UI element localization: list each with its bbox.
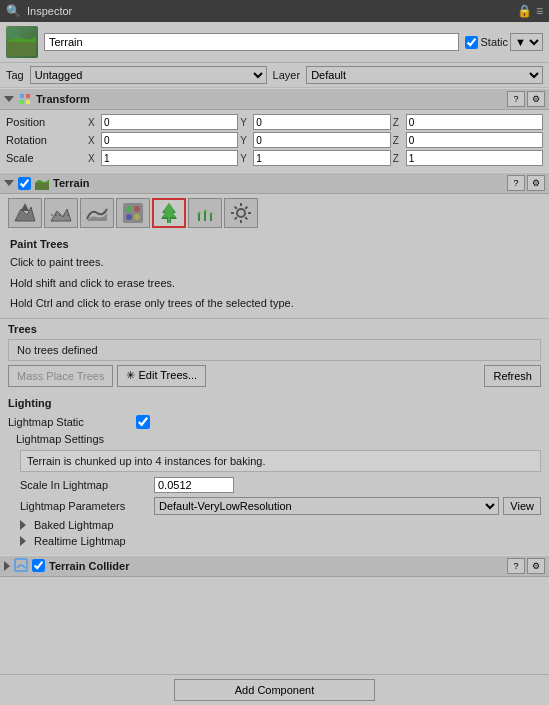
realtime-triangle [20, 536, 26, 546]
scale-label: Scale In Lightmap [20, 479, 150, 491]
paint-line-2: Hold shift and click to erase trees. [10, 275, 539, 292]
mass-place-trees-button[interactable]: Mass Place Trees [8, 365, 113, 387]
tool-paint-details[interactable] [188, 198, 222, 228]
transform-triangle [4, 96, 14, 102]
no-trees-box: No trees defined [8, 339, 541, 361]
add-component-bar: Add Component [0, 674, 549, 705]
lock-button[interactable]: 🔒 [517, 5, 532, 17]
svg-rect-4 [20, 100, 24, 104]
lighting-section: Lighting Lightmap Static Lightmap Settin… [0, 391, 549, 553]
trees-section: Trees No trees defined Mass Place Trees … [0, 319, 549, 391]
terrain-toolbar [0, 194, 549, 232]
position-y-input[interactable] [253, 114, 390, 130]
position-z-field: Z [393, 114, 543, 130]
scale-y-input[interactable] [253, 150, 390, 166]
terrain-title: Terrain [53, 177, 507, 189]
terrain-gear-btn[interactable]: ⚙ [527, 175, 545, 191]
collider-gear-btn[interactable]: ⚙ [527, 558, 545, 574]
add-component-button[interactable]: Add Component [174, 679, 376, 701]
position-label: Position [6, 114, 86, 130]
terrain-icon [35, 176, 49, 190]
svg-point-12 [134, 214, 140, 220]
inspector-body: Static ▼ Tag Untagged Layer Default [0, 22, 549, 705]
terrain-collider-section: Terrain Collider ? ⚙ [0, 555, 549, 577]
scale-x-field: X [88, 150, 238, 166]
rotation-z-field: Z [393, 132, 543, 148]
tool-paint-height[interactable] [44, 198, 78, 228]
rotation-y-input[interactable] [253, 132, 390, 148]
edit-trees-button[interactable]: ✳ Edit Trees... [117, 365, 206, 387]
transform-section: Transform ? ⚙ Position X Y Z Rotation [0, 88, 549, 170]
tool-smooth[interactable] [80, 198, 114, 228]
tool-settings[interactable] [224, 198, 258, 228]
params-select[interactable]: Default-VeryLowResolution [154, 497, 499, 515]
menu-button[interactable]: ≡ [536, 5, 543, 17]
position-x-field: X [88, 114, 238, 130]
svg-point-11 [126, 214, 132, 220]
lightmap-settings-header[interactable]: Lightmap Settings [8, 431, 541, 447]
scale-input[interactable] [154, 477, 234, 493]
realtime-label: Realtime Lightmap [34, 535, 126, 547]
scale-x-input[interactable] [101, 150, 238, 166]
paint-line-3: Hold Ctrl and click to erase only trees … [10, 295, 539, 312]
collider-enabled-checkbox[interactable] [32, 559, 45, 572]
tag-layer-row: Tag Untagged Layer Default [0, 63, 549, 88]
terrain-header[interactable]: Terrain ? ⚙ [0, 172, 549, 194]
inspector-icon: 🔍 [6, 4, 21, 18]
transform-icon [18, 92, 32, 106]
transform-grid: Position X Y Z Rotation X Y [0, 110, 549, 170]
paint-trees-info: Paint Trees Click to paint trees. Hold s… [0, 232, 549, 319]
terrain-help-btn[interactable]: ? [507, 175, 525, 191]
layer-label: Layer [273, 69, 301, 81]
svg-point-19 [237, 209, 245, 217]
tag-select[interactable]: Untagged [30, 66, 267, 84]
lightmap-params-row: Lightmap Parameters Default-VeryLowResol… [20, 495, 541, 517]
position-x-input[interactable] [101, 114, 238, 130]
static-checkbox[interactable] [465, 36, 478, 49]
rotation-z-input[interactable] [406, 132, 543, 148]
svg-rect-0 [8, 42, 36, 56]
collider-icon [14, 558, 28, 574]
rotation-label: Rotation [6, 132, 86, 148]
position-y-field: Y [240, 114, 390, 130]
view-button[interactable]: View [503, 497, 541, 515]
position-z-input[interactable] [406, 114, 543, 130]
terrain-collider-header[interactable]: Terrain Collider ? ⚙ [0, 555, 549, 577]
baked-lightmap-row[interactable]: Baked Lightmap [20, 517, 541, 533]
tool-paint-texture[interactable] [116, 198, 150, 228]
realtime-lightmap-row[interactable]: Realtime Lightmap [20, 533, 541, 549]
layer-select[interactable]: Default [306, 66, 543, 84]
trees-label: Trees [8, 323, 541, 335]
no-trees-text: No trees defined [17, 344, 98, 356]
static-dropdown[interactable]: ▼ [510, 33, 543, 51]
trees-buttons: Mass Place Trees ✳ Edit Trees... Refresh [8, 365, 541, 387]
scale-z-input[interactable] [406, 150, 543, 166]
scale-label: Scale [6, 150, 86, 166]
collider-help-btn[interactable]: ? [507, 558, 525, 574]
lightmap-info-text: Terrain is chunked up into 4 instances f… [27, 455, 265, 467]
baked-label: Baked Lightmap [34, 519, 114, 531]
transform-header[interactable]: Transform ? ⚙ [0, 88, 549, 110]
svg-rect-6 [35, 183, 49, 190]
lightmap-static-label: Lightmap Static [8, 416, 128, 428]
object-icon [6, 26, 38, 58]
title-bar: 🔍 Inspector 🔒 ≡ [0, 0, 549, 22]
transform-help-btn[interactable]: ? [507, 91, 525, 107]
rotation-x-field: X [88, 132, 238, 148]
refresh-button[interactable]: Refresh [484, 365, 541, 387]
svg-point-9 [126, 206, 132, 212]
rotation-x-input[interactable] [101, 132, 238, 148]
paint-trees-text: Click to paint trees. Hold shift and cli… [10, 254, 539, 312]
lightmap-static-checkbox[interactable] [136, 415, 150, 429]
transform-title: Transform [36, 93, 507, 105]
paint-trees-title: Paint Trees [10, 238, 539, 250]
transform-gear-btn[interactable]: ⚙ [527, 91, 545, 107]
object-name-field[interactable] [44, 33, 459, 51]
tool-raise-lower[interactable] [8, 198, 42, 228]
terrain-actions: ? ⚙ [507, 175, 545, 191]
transform-actions: ? ⚙ [507, 91, 545, 107]
terrain-enabled-checkbox[interactable] [18, 177, 31, 190]
tool-place-trees[interactable] [152, 198, 186, 228]
tag-label: Tag [6, 69, 24, 81]
svg-rect-2 [20, 94, 24, 98]
